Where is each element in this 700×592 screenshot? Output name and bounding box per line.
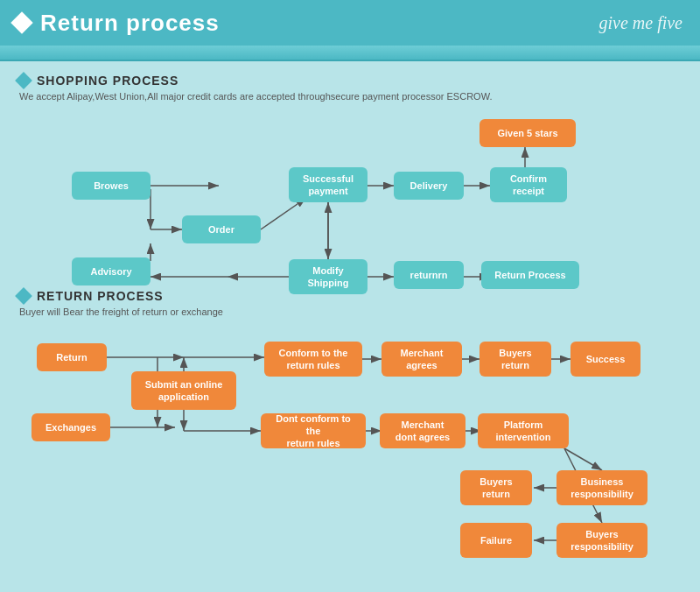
shopping-section-title: SHOPPING PROCESS (37, 74, 178, 88)
box-failure: Failure (460, 523, 532, 558)
box-business-responsibility: Businessresponsibility (556, 470, 648, 505)
box-success: Success (570, 342, 640, 377)
box-platform-intervention: Platformintervention (478, 413, 569, 448)
box-submit-online: Submit an onlineapplication (131, 371, 236, 410)
box-merchant-agrees: Merchantagrees (382, 342, 462, 377)
header-logo: give me five (599, 13, 683, 33)
box-return-process: Return Process (481, 261, 579, 289)
box-returnrn: returnrn (394, 261, 464, 289)
box-advisory: Advisory (72, 257, 150, 285)
header-diamond-icon (10, 11, 32, 33)
ribbon-bar (0, 46, 700, 61)
box-given-5-stars: Given 5 stars (480, 119, 576, 147)
box-merchant-dont-agrees: Merchantdont agrees (380, 413, 466, 448)
box-delivery: Delivery (394, 172, 464, 200)
return-flow-diagram: Return Exchanges Submit an onlineapplica… (18, 326, 682, 575)
box-return-btn: Return (37, 343, 107, 371)
header-title: Return process (40, 10, 220, 37)
main-content: SHOPPING PROCESS We accept Alipay,West U… (0, 61, 700, 588)
shopping-diamond-icon (15, 72, 32, 89)
box-browes: Browes (72, 172, 150, 200)
shopping-section-header: SHOPPING PROCESS (18, 74, 682, 88)
return-diamond-icon (15, 287, 32, 305)
return-section-title: RETURN PROCESS (37, 289, 164, 303)
box-exchanges-btn: Exchanges (32, 413, 110, 441)
box-dont-conform-rules: Dont conform to thereturn rules (261, 413, 366, 448)
svg-line-27 (564, 448, 602, 470)
return-section-desc: Buyer will Bear the freight of return or… (19, 307, 682, 317)
box-conform-rules: Conform to thereturn rules (264, 342, 362, 377)
shopping-flow-diagram: Browes Order Advisory ModifyShipping Suc… (18, 110, 682, 285)
box-confirm-receipt: Confirmreceipt (490, 167, 567, 202)
box-buyers-responsibility: Buyersresponsibility (556, 523, 648, 558)
box-buyers-return1: Buyersreturn (480, 342, 551, 377)
shopping-section-desc: We accept Alipay,West Union,All major cr… (19, 91, 682, 102)
svg-line-4 (261, 198, 306, 229)
header: Return process give me five (0, 0, 700, 46)
box-order: Order (182, 215, 261, 243)
box-modify-shipping: ModifyShipping (289, 259, 368, 294)
box-successful-payment: Successfulpayment (289, 167, 368, 202)
box-buyers-return2: Buyersreturn (460, 470, 532, 505)
